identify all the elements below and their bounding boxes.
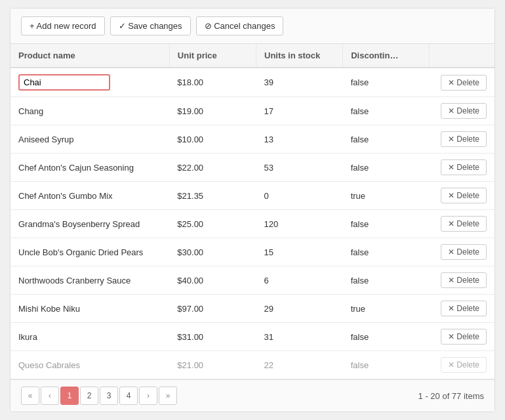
- table-row: Grandma's Boysenberry Spread $25.00 120 …: [10, 210, 495, 238]
- table-wrapper: Product name Unit price Units in stock D…: [10, 44, 495, 379]
- price-cell: $31.00: [169, 323, 256, 351]
- product-name-input[interactable]: [18, 74, 110, 91]
- price-cell: $10.00: [169, 125, 256, 154]
- page-info: 1 - 20 of 77 items: [418, 391, 484, 401]
- stock-cell: 6: [256, 266, 343, 295]
- discontinued-cell: false: [343, 68, 430, 97]
- product-name-cell: [10, 68, 169, 97]
- discontinued-cell: false: [343, 97, 430, 125]
- discontinued-cell: false: [343, 154, 430, 182]
- discontinued-cell: true: [343, 182, 430, 210]
- table-row: Chef Anton's Cajun Seasoning $22.00 53 f…: [10, 154, 495, 182]
- stock-cell: 13: [256, 125, 343, 154]
- action-cell: ✕ Delete: [430, 351, 495, 379]
- stock-cell: 29: [256, 295, 343, 323]
- save-changes-button[interactable]: ✓ Save changes: [110, 16, 191, 35]
- delete-button[interactable]: ✕ Delete: [441, 75, 487, 91]
- action-cell: ✕ Delete: [430, 323, 495, 351]
- action-cell: ✕ Delete: [430, 266, 495, 295]
- price-cell: $40.00: [169, 266, 256, 295]
- last-page-button[interactable]: »: [159, 387, 177, 405]
- table-row: Chef Anton's Gumbo Mix $21.35 0 true ✕ D…: [10, 182, 495, 210]
- action-cell: ✕ Delete: [430, 210, 495, 238]
- delete-button[interactable]: ✕ Delete: [441, 131, 487, 147]
- stock-cell: 17: [256, 97, 343, 125]
- stock-cell: 15: [256, 238, 343, 266]
- delete-button[interactable]: ✕ Delete: [441, 188, 487, 203]
- table-row: Uncle Bob's Organic Dried Pears $30.00 1…: [10, 238, 495, 266]
- product-name-cell: Ikura: [10, 323, 169, 351]
- discontinued-cell: false: [343, 351, 430, 379]
- delete-button[interactable]: ✕ Delete: [441, 272, 487, 288]
- price-cell: $21.00: [169, 351, 256, 379]
- pagination: « ‹ 1 2 3 4 › » 1 - 20 of 77 items: [10, 379, 495, 411]
- page-4-button[interactable]: 4: [119, 387, 138, 405]
- stock-cell: 53: [256, 154, 343, 182]
- discontinued-cell: false: [343, 323, 430, 351]
- action-cell: ✕ Delete: [430, 125, 495, 154]
- product-name-cell: Chef Anton's Cajun Seasoning: [10, 154, 169, 182]
- action-cell: ✕ Delete: [430, 97, 495, 125]
- discontinued-cell: false: [343, 125, 430, 154]
- delete-button[interactable]: ✕ Delete: [441, 159, 487, 175]
- table-row: Chang $19.00 17 false ✕ Delete: [10, 97, 495, 125]
- discontinued-cell: false: [343, 210, 430, 238]
- action-cell: ✕ Delete: [430, 182, 495, 210]
- header-units-in-stock: Units in stock: [256, 44, 343, 68]
- table-row: $18.00 39 false ✕ Delete: [10, 68, 495, 97]
- stock-cell: 120: [256, 210, 343, 238]
- header-unit-price: Unit price: [169, 44, 256, 68]
- page-controls: « ‹ 1 2 3 4 › »: [21, 387, 177, 405]
- cancel-changes-button[interactable]: ⊘ Cancel changes: [196, 16, 284, 35]
- product-name-cell: Grandma's Boysenberry Spread: [10, 210, 169, 238]
- add-record-button[interactable]: + Add new record: [21, 16, 105, 35]
- data-table: Product name Unit price Units in stock D…: [10, 44, 495, 379]
- next-page-button[interactable]: ›: [139, 387, 157, 405]
- discontinued-cell: true: [343, 295, 430, 323]
- action-cell: ✕ Delete: [430, 154, 495, 182]
- prev-page-button[interactable]: ‹: [41, 387, 59, 405]
- stock-cell: 0: [256, 182, 343, 210]
- toolbar: + Add new record ✓ Save changes ⊘ Cancel…: [10, 9, 495, 44]
- price-cell: $97.00: [169, 295, 256, 323]
- product-name-cell: Uncle Bob's Organic Dried Pears: [10, 238, 169, 266]
- header-action: [430, 44, 495, 68]
- product-name-cell: Northwoods Cranberry Sauce: [10, 266, 169, 295]
- action-cell: ✕ Delete: [430, 68, 495, 97]
- delete-button[interactable]: ✕ Delete: [441, 103, 487, 119]
- price-cell: $22.00: [169, 154, 256, 182]
- discontinued-cell: false: [343, 238, 430, 266]
- page-1-button[interactable]: 1: [60, 387, 79, 405]
- delete-button[interactable]: ✕ Delete: [441, 301, 487, 316]
- product-name-cell: Chang: [10, 97, 169, 125]
- discontinued-cell: false: [343, 266, 430, 295]
- table-row: Ikura $31.00 31 false ✕ Delete: [10, 323, 495, 351]
- product-name-cell: Aniseed Syrup: [10, 125, 169, 154]
- first-page-button[interactable]: «: [21, 387, 39, 405]
- product-name-cell: Mishi Kobe Niku: [10, 295, 169, 323]
- product-name-cell: Queso Cabrales: [10, 351, 169, 379]
- price-cell: $30.00: [169, 238, 256, 266]
- table-row: Mishi Kobe Niku $97.00 29 true ✕ Delete: [10, 295, 495, 323]
- table-row: Northwoods Cranberry Sauce $40.00 6 fals…: [10, 266, 495, 295]
- main-container: + Add new record ✓ Save changes ⊘ Cancel…: [10, 8, 495, 412]
- page-3-button[interactable]: 3: [100, 387, 118, 405]
- price-cell: $21.35: [169, 182, 256, 210]
- delete-button[interactable]: ✕ Delete: [441, 329, 487, 345]
- price-cell: $19.00: [169, 97, 256, 125]
- header-product-name: Product name: [10, 44, 169, 68]
- price-cell: $18.00: [169, 68, 256, 97]
- table-row: Queso Cabrales $21.00 22 false ✕ Delete: [10, 351, 495, 379]
- stock-cell: 22: [256, 351, 343, 379]
- action-cell: ✕ Delete: [430, 295, 495, 323]
- header-discontinued: Discontin…: [343, 44, 430, 68]
- delete-button[interactable]: ✕ Delete: [441, 216, 487, 232]
- stock-cell: 39: [256, 68, 343, 97]
- delete-button[interactable]: ✕ Delete: [441, 357, 487, 373]
- action-cell: ✕ Delete: [430, 238, 495, 266]
- table-header-row: Product name Unit price Units in stock D…: [10, 44, 495, 68]
- page-2-button[interactable]: 2: [80, 387, 98, 405]
- stock-cell: 31: [256, 323, 343, 351]
- product-name-cell: Chef Anton's Gumbo Mix: [10, 182, 169, 210]
- delete-button[interactable]: ✕ Delete: [441, 244, 487, 260]
